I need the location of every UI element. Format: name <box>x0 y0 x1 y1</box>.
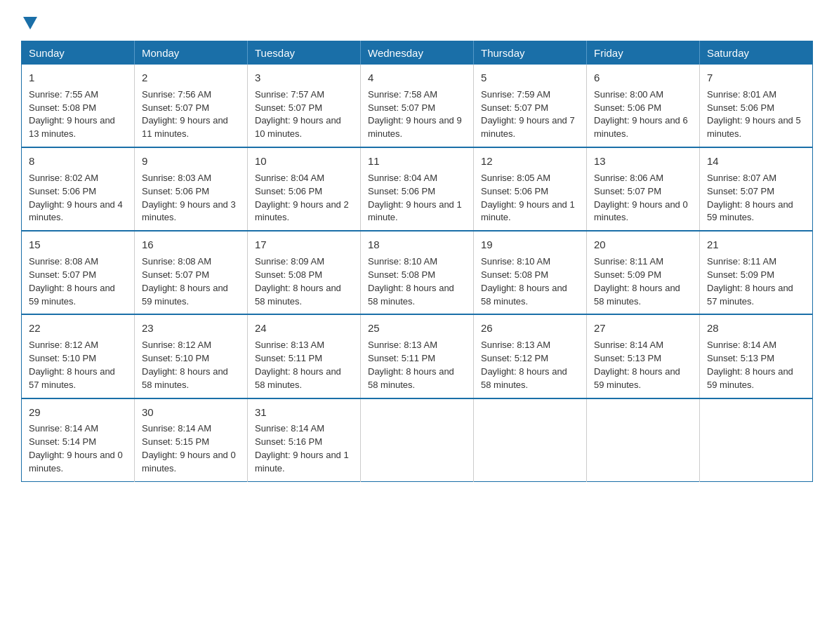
day-info: Sunrise: 8:00 AMSunset: 5:06 PMDaylight:… <box>594 89 688 140</box>
day-info: Sunrise: 7:58 AMSunset: 5:07 PMDaylight:… <box>368 89 462 140</box>
day-info: Sunrise: 7:56 AMSunset: 5:07 PMDaylight:… <box>142 89 228 140</box>
calendar-cell: 27Sunrise: 8:14 AMSunset: 5:13 PMDayligh… <box>587 314 700 398</box>
day-info: Sunrise: 8:04 AMSunset: 5:06 PMDaylight:… <box>368 173 462 223</box>
day-number: 14 <box>707 154 805 169</box>
calendar-cell: 14Sunrise: 8:07 AMSunset: 5:07 PMDayligh… <box>700 147 813 231</box>
calendar-cell: 19Sunrise: 8:10 AMSunset: 5:08 PMDayligh… <box>474 231 587 314</box>
day-info: Sunrise: 8:06 AMSunset: 5:07 PMDaylight:… <box>594 173 688 223</box>
calendar-cell: 5Sunrise: 7:59 AMSunset: 5:07 PMDaylight… <box>474 65 587 147</box>
day-info: Sunrise: 8:03 AMSunset: 5:06 PMDaylight:… <box>142 173 236 223</box>
day-number: 12 <box>481 154 579 169</box>
day-number: 1 <box>29 70 127 86</box>
day-info: Sunrise: 8:09 AMSunset: 5:08 PMDaylight:… <box>255 256 341 307</box>
calendar-cell <box>474 398 587 482</box>
day-number: 26 <box>481 321 579 336</box>
day-info: Sunrise: 8:14 AMSunset: 5:13 PMDaylight:… <box>707 340 793 390</box>
calendar-cell: 15Sunrise: 8:08 AMSunset: 5:07 PMDayligh… <box>22 231 135 314</box>
calendar-cell: 6Sunrise: 8:00 AMSunset: 5:06 PMDaylight… <box>587 65 700 147</box>
day-number: 23 <box>142 321 240 336</box>
calendar-cell <box>361 398 474 482</box>
weekday-header-sunday: Sunday <box>22 41 135 65</box>
calendar-cell: 13Sunrise: 8:06 AMSunset: 5:07 PMDayligh… <box>587 147 700 231</box>
day-info: Sunrise: 8:02 AMSunset: 5:06 PMDaylight:… <box>29 173 123 223</box>
page-header <box>21 14 813 28</box>
weekday-header-saturday: Saturday <box>700 41 813 65</box>
calendar-cell: 9Sunrise: 8:03 AMSunset: 5:06 PMDaylight… <box>135 147 248 231</box>
day-number: 22 <box>29 321 127 336</box>
calendar-cell: 11Sunrise: 8:04 AMSunset: 5:06 PMDayligh… <box>361 147 474 231</box>
day-number: 29 <box>29 405 127 420</box>
calendar-cell: 22Sunrise: 8:12 AMSunset: 5:10 PMDayligh… <box>22 314 135 398</box>
calendar-cell <box>700 398 813 482</box>
day-number: 28 <box>707 321 805 336</box>
calendar-cell: 24Sunrise: 8:13 AMSunset: 5:11 PMDayligh… <box>248 314 361 398</box>
day-info: Sunrise: 8:08 AMSunset: 5:07 PMDaylight:… <box>142 256 228 307</box>
calendar-cell: 25Sunrise: 8:13 AMSunset: 5:11 PMDayligh… <box>361 314 474 398</box>
week-row-5: 29Sunrise: 8:14 AMSunset: 5:14 PMDayligh… <box>22 398 813 482</box>
day-number: 19 <box>481 237 579 253</box>
calendar-cell: 16Sunrise: 8:08 AMSunset: 5:07 PMDayligh… <box>135 231 248 314</box>
day-number: 16 <box>142 237 240 253</box>
calendar-cell: 4Sunrise: 7:58 AMSunset: 5:07 PMDaylight… <box>361 65 474 147</box>
week-row-2: 8Sunrise: 8:02 AMSunset: 5:06 PMDaylight… <box>22 147 813 231</box>
calendar-cell: 29Sunrise: 8:14 AMSunset: 5:14 PMDayligh… <box>22 398 135 482</box>
week-row-4: 22Sunrise: 8:12 AMSunset: 5:10 PMDayligh… <box>22 314 813 398</box>
calendar-cell: 28Sunrise: 8:14 AMSunset: 5:13 PMDayligh… <box>700 314 813 398</box>
day-number: 21 <box>707 237 805 253</box>
day-number: 7 <box>707 70 805 86</box>
day-number: 13 <box>594 154 692 169</box>
day-number: 4 <box>368 70 466 86</box>
day-number: 11 <box>368 154 466 169</box>
day-number: 2 <box>142 70 240 86</box>
weekday-header-row: SundayMondayTuesdayWednesdayThursdayFrid… <box>22 41 813 65</box>
calendar-cell: 2Sunrise: 7:56 AMSunset: 5:07 PMDaylight… <box>135 65 248 147</box>
day-info: Sunrise: 8:10 AMSunset: 5:08 PMDaylight:… <box>368 256 454 307</box>
calendar-cell <box>587 398 700 482</box>
day-info: Sunrise: 7:55 AMSunset: 5:08 PMDaylight:… <box>29 89 115 140</box>
day-number: 18 <box>368 237 466 253</box>
day-info: Sunrise: 7:59 AMSunset: 5:07 PMDaylight:… <box>481 89 575 140</box>
day-info: Sunrise: 8:14 AMSunset: 5:13 PMDaylight:… <box>594 340 680 390</box>
day-number: 20 <box>594 237 692 253</box>
day-number: 24 <box>255 321 353 336</box>
day-info: Sunrise: 8:14 AMSunset: 5:15 PMDaylight:… <box>142 423 236 474</box>
weekday-header-thursday: Thursday <box>474 41 587 65</box>
calendar-cell: 1Sunrise: 7:55 AMSunset: 5:08 PMDaylight… <box>22 65 135 147</box>
calendar-cell: 30Sunrise: 8:14 AMSunset: 5:15 PMDayligh… <box>135 398 248 482</box>
day-info: Sunrise: 8:07 AMSunset: 5:07 PMDaylight:… <box>707 173 793 223</box>
day-number: 27 <box>594 321 692 336</box>
logo-arrow-icon <box>23 17 37 29</box>
day-info: Sunrise: 8:01 AMSunset: 5:06 PMDaylight:… <box>707 89 801 140</box>
calendar-cell: 20Sunrise: 8:11 AMSunset: 5:09 PMDayligh… <box>587 231 700 314</box>
day-info: Sunrise: 8:04 AMSunset: 5:06 PMDaylight:… <box>255 173 349 223</box>
weekday-header-friday: Friday <box>587 41 700 65</box>
calendar-cell: 12Sunrise: 8:05 AMSunset: 5:06 PMDayligh… <box>474 147 587 231</box>
calendar-cell: 10Sunrise: 8:04 AMSunset: 5:06 PMDayligh… <box>248 147 361 231</box>
day-number: 5 <box>481 70 579 86</box>
calendar-cell: 7Sunrise: 8:01 AMSunset: 5:06 PMDaylight… <box>700 65 813 147</box>
day-info: Sunrise: 8:10 AMSunset: 5:08 PMDaylight:… <box>481 256 567 307</box>
day-number: 15 <box>29 237 127 253</box>
week-row-1: 1Sunrise: 7:55 AMSunset: 5:08 PMDaylight… <box>22 65 813 147</box>
day-info: Sunrise: 8:13 AMSunset: 5:11 PMDaylight:… <box>368 340 454 390</box>
day-info: Sunrise: 8:13 AMSunset: 5:12 PMDaylight:… <box>481 340 567 390</box>
day-number: 17 <box>255 237 353 253</box>
day-info: Sunrise: 8:13 AMSunset: 5:11 PMDaylight:… <box>255 340 341 390</box>
day-number: 30 <box>142 405 240 420</box>
week-row-3: 15Sunrise: 8:08 AMSunset: 5:07 PMDayligh… <box>22 231 813 314</box>
day-info: Sunrise: 8:05 AMSunset: 5:06 PMDaylight:… <box>481 173 575 223</box>
day-number: 9 <box>142 154 240 169</box>
day-info: Sunrise: 8:12 AMSunset: 5:10 PMDaylight:… <box>142 340 228 390</box>
weekday-header-wednesday: Wednesday <box>361 41 474 65</box>
day-info: Sunrise: 8:14 AMSunset: 5:16 PMDaylight:… <box>255 423 349 474</box>
calendar-cell: 26Sunrise: 8:13 AMSunset: 5:12 PMDayligh… <box>474 314 587 398</box>
day-number: 25 <box>368 321 466 336</box>
day-info: Sunrise: 7:57 AMSunset: 5:07 PMDaylight:… <box>255 89 341 140</box>
day-number: 3 <box>255 70 353 86</box>
day-number: 8 <box>29 154 127 169</box>
day-info: Sunrise: 8:12 AMSunset: 5:10 PMDaylight:… <box>29 340 115 390</box>
weekday-header-tuesday: Tuesday <box>248 41 361 65</box>
calendar-cell: 8Sunrise: 8:02 AMSunset: 5:06 PMDaylight… <box>22 147 135 231</box>
calendar-cell: 31Sunrise: 8:14 AMSunset: 5:16 PMDayligh… <box>248 398 361 482</box>
day-number: 6 <box>594 70 692 86</box>
